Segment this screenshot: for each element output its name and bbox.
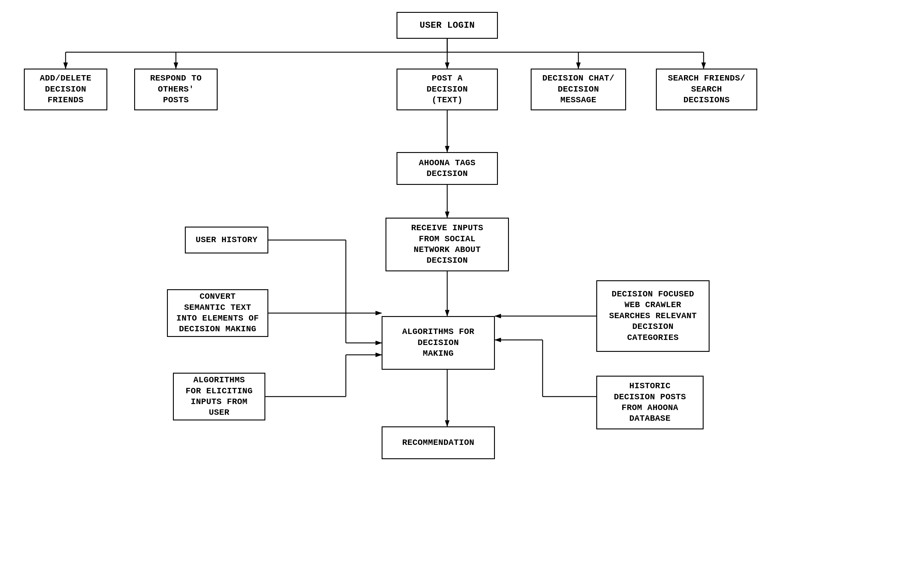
post-decision-box: POST ADECISION(TEXT) xyxy=(397,69,498,110)
algorithms-decision-box: ALGORITHMS FORDECISIONMAKING xyxy=(382,316,495,370)
web-crawler-box: DECISION FOCUSEDWEB CRAWLERSEARCHES RELE… xyxy=(596,280,710,352)
user-login-box: USER LOGIN xyxy=(397,12,498,39)
svg-marker-27 xyxy=(376,353,382,357)
svg-marker-8 xyxy=(576,63,581,69)
convert-semantic-box: CONVERTSEMANTIC TEXTINTO ELEMENTS OFDECI… xyxy=(167,289,268,337)
svg-marker-1 xyxy=(445,63,449,69)
ahoona-tags-box: AHOONA TAGSDECISION xyxy=(397,152,498,185)
svg-marker-13 xyxy=(445,146,449,152)
svg-marker-29 xyxy=(445,420,449,426)
respond-box: RESPOND TOOTHERS'POSTS xyxy=(134,69,218,110)
svg-marker-15 xyxy=(445,212,449,218)
flowchart-diagram: USER LOGIN ADD/DELETEDECISIONFRIENDS RES… xyxy=(0,0,912,588)
svg-marker-21 xyxy=(376,341,382,345)
svg-marker-23 xyxy=(376,311,382,315)
svg-marker-10 xyxy=(702,63,706,69)
decision-chat-box: DECISION CHAT/DECISIONMESSAGE xyxy=(531,69,626,110)
search-friends-box: SEARCH FRIENDS/SEARCHDECISIONS xyxy=(656,69,757,110)
recommendation-box: RECOMMENDATION xyxy=(382,426,495,459)
svg-marker-4 xyxy=(63,63,68,69)
svg-marker-35 xyxy=(495,338,501,342)
svg-marker-17 xyxy=(445,310,449,316)
algorithms-elicit-box: ALGORITHMSFOR ELICITINGINPUTS FROMUSER xyxy=(173,373,265,420)
svg-marker-6 xyxy=(174,63,178,69)
svg-marker-31 xyxy=(495,314,501,318)
receive-inputs-box: RECEIVE INPUTSFROM SOCIALNETWORK ABOUTDE… xyxy=(386,218,509,271)
historic-posts-box: HISTORICDECISION POSTSFROM AHOONADATABAS… xyxy=(596,376,704,430)
add-delete-box: ADD/DELETEDECISIONFRIENDS xyxy=(24,69,107,110)
user-history-box: USER HISTORY xyxy=(185,227,268,254)
